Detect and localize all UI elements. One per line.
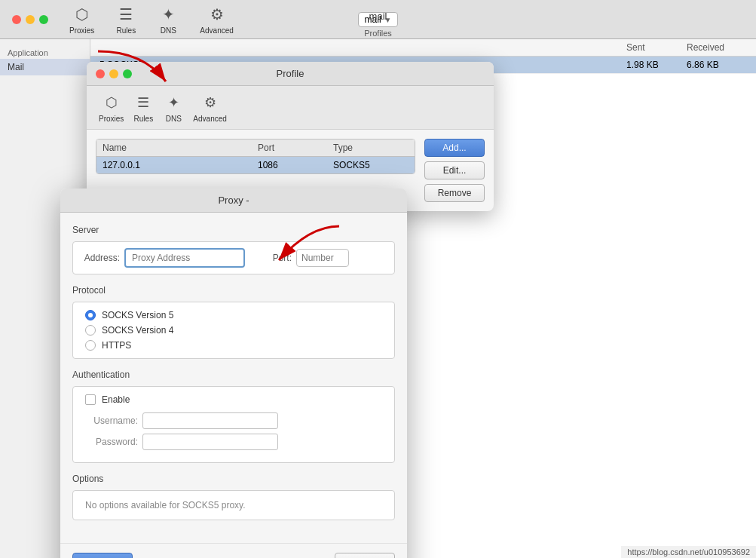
profile-minimize-button[interactable] [109, 69, 118, 78]
close-button[interactable] [12, 15, 21, 24]
dns-toolbar-item[interactable]: ✦ DNS [152, 1, 185, 38]
profile-rules-item[interactable]: ☰ Rules [133, 92, 154, 123]
row-name: 127.0.0.1 [103, 160, 258, 170]
protocol-socks5-row[interactable]: SOCKS Version 5 [85, 310, 382, 320]
proxies-toolbar-item[interactable]: ⬡ Proxies [63, 1, 100, 38]
maximize-button[interactable] [39, 15, 48, 24]
profile-dns-icon: ✦ [163, 92, 184, 113]
proxy-footer: OK Cancel [60, 543, 407, 558]
profile-proxies-label: Proxies [99, 115, 124, 123]
username-row: Username: [85, 412, 382, 429]
proxies-icon: ⬡ [72, 4, 93, 25]
url-bar: https://blog.csdn.net/u010953692 [621, 546, 756, 558]
cancel-button[interactable]: Cancel [335, 553, 395, 558]
dns-label: DNS [161, 26, 176, 35]
proxies-label: Proxies [69, 26, 94, 35]
address-label: Address: [82, 253, 120, 263]
options-section-title: Options [72, 474, 395, 484]
profile-dns-label: DNS [166, 115, 182, 123]
address-group: Address: [82, 248, 245, 268]
protocol-box: SOCKS Version 5 SOCKS Version 4 HTTPS [72, 302, 395, 359]
row-sent: 1.98 KB [626, 60, 687, 70]
password-label: Password: [85, 437, 138, 447]
rules-icon: ☰ [115, 4, 136, 25]
log-table-header: Sent Received [90, 39, 756, 57]
protocol-https-row[interactable]: HTTPS [85, 340, 382, 351]
app-title: mail [369, 11, 387, 22]
rules-label: Rules [117, 26, 136, 35]
col-received: Received [687, 42, 747, 53]
port-input[interactable] [296, 249, 349, 267]
profiles-label-text: Profiles [364, 29, 392, 38]
col-name: Name [103, 143, 258, 153]
advanced-icon: ⚙ [207, 4, 228, 25]
profile-advanced-icon: ⚙ [200, 92, 221, 113]
sidebar-section-header: Application [0, 45, 90, 59]
proxy-title: Proxy - [218, 195, 249, 206]
port-label: Port: [254, 253, 292, 263]
protocol-socks4-row[interactable]: SOCKS Version 4 [85, 325, 382, 336]
server-row: Address: Port: [72, 241, 395, 274]
proxy-dialog: Proxy - Server Address: Port: Protocol [60, 189, 407, 558]
rules-toolbar-item[interactable]: ☰ Rules [109, 1, 142, 38]
advanced-label: Advanced [200, 26, 233, 35]
ok-button[interactable]: OK [72, 553, 133, 558]
profile-rules-icon: ☰ [133, 92, 154, 113]
profile-action-buttons: Add... Edit... Remove [424, 139, 485, 202]
profile-proxies-icon: ⬡ [101, 92, 122, 113]
password-row: Password: [85, 434, 382, 450]
https-radio[interactable] [85, 340, 96, 351]
auth-section: Authentication Enable Username: Password… [72, 369, 395, 463]
socks4-radio[interactable] [85, 325, 96, 336]
protocol-section: Protocol SOCKS Version 5 SOCKS Version 4… [72, 285, 395, 359]
server-section: Server Address: Port: [72, 225, 395, 274]
proxy-titlebar: Proxy - [60, 189, 407, 213]
profile-rules-label: Rules [134, 115, 154, 123]
profile-maximize-button[interactable] [123, 69, 132, 78]
profile-proxies-item[interactable]: ⬡ Proxies [99, 92, 124, 123]
auth-box: Enable Username: Password: [72, 386, 395, 463]
profile-advanced-item[interactable]: ⚙ Advanced [193, 92, 226, 123]
edit-button[interactable]: Edit... [424, 161, 485, 179]
sidebar-item-mail[interactable]: Mail [0, 59, 90, 75]
auth-section-title: Authentication [72, 369, 395, 380]
socks4-label: SOCKS Version 4 [102, 325, 173, 336]
minimize-button[interactable] [26, 15, 35, 24]
profile-close-button[interactable] [96, 69, 105, 78]
add-button[interactable]: Add... [424, 139, 485, 157]
row-received: 6.86 KB [687, 60, 747, 70]
https-label: HTTPS [102, 340, 131, 351]
row-port: 1086 [258, 160, 333, 170]
profile-table-row[interactable]: 127.0.0.1 1086 SOCKS5 [96, 157, 415, 173]
col-port: Port [258, 143, 333, 153]
password-input[interactable] [142, 434, 278, 450]
profile-table: Name Port Type 127.0.0.1 1086 SOCKS5 [96, 139, 415, 174]
username-label: Username: [85, 415, 138, 426]
options-section: Options No options available for SOCKS5 … [72, 474, 395, 520]
profile-title: Profile [277, 68, 305, 79]
enable-row[interactable]: Enable [85, 394, 382, 405]
advanced-toolbar-item[interactable]: ⚙ Advanced [194, 1, 239, 38]
socks5-label: SOCKS Version 5 [102, 310, 173, 320]
profile-titlebar: Profile [87, 62, 494, 86]
server-section-title: Server [72, 225, 395, 235]
address-input[interactable] [124, 248, 245, 268]
profile-dns-item[interactable]: ✦ DNS [163, 92, 184, 123]
dns-icon: ✦ [158, 4, 179, 25]
profile-advanced-label: Advanced [193, 115, 226, 123]
main-traffic-lights [12, 15, 48, 24]
remove-button[interactable]: Remove [424, 184, 485, 202]
profile-traffic-lights [96, 69, 132, 78]
enable-checkbox[interactable] [85, 394, 96, 405]
col-sent: Sent [626, 42, 687, 53]
profile-toolbar: ⬡ Proxies ☰ Rules ✦ DNS ⚙ Advanced [87, 86, 494, 130]
socks5-radio[interactable] [85, 310, 96, 320]
row-type: SOCKS5 [333, 160, 409, 170]
proxy-content: Server Address: Port: Protocol SOCKS Ver… [60, 213, 407, 543]
username-input[interactable] [142, 412, 278, 429]
protocol-section-title: Protocol [72, 285, 395, 296]
profile-table-header: Name Port Type [96, 140, 415, 157]
col-type: Type [333, 143, 409, 153]
enable-label: Enable [102, 394, 130, 405]
options-text: No options available for SOCKS5 proxy. [85, 500, 246, 510]
